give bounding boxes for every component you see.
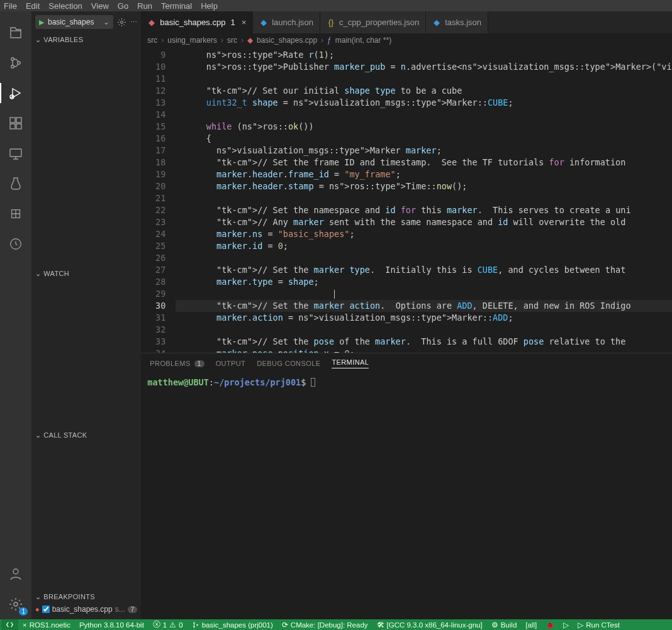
gear-icon[interactable] (117, 18, 126, 27)
debug-toolbar: ▶ basic_shapes ⌄ ⋯ (31, 11, 141, 33)
activity-accounts[interactable] (0, 559, 31, 589)
menu-run[interactable]: Run (137, 1, 152, 11)
activity-extensions[interactable] (0, 108, 31, 138)
menu-file[interactable]: File (4, 1, 17, 11)
settings-badge: 1 (19, 607, 28, 616)
menu-go[interactable]: Go (118, 1, 128, 11)
svg-point-14 (121, 21, 123, 23)
json-icon: {} (327, 18, 335, 27)
cpp-icon: ◆ (247, 36, 253, 45)
sb-kit[interactable]: 🛠 [GCC 9.3.0 x86_64-linux-gnu] (372, 619, 487, 630)
play-icon: ▶ (39, 18, 44, 26)
tab-launch-json[interactable]: ◆ launch.json (253, 11, 320, 33)
svg-point-19 (196, 624, 198, 626)
activity-ros[interactable] (0, 199, 31, 229)
activity-history[interactable] (0, 229, 31, 259)
panel-tab-output[interactable]: OUTPUT (216, 360, 246, 367)
sb-run[interactable]: ▷ (559, 619, 573, 630)
section-breakpoints: ⌄ BREAKPOINTS ● basic_shapes.cpp s... 7 (31, 590, 141, 615)
workbench: 1 ▶ basic_shapes ⌄ ⋯ ⌄ VARIABLES ⌄ (0, 11, 672, 619)
activity-run-debug[interactable] (0, 78, 31, 108)
sb-python[interactable]: Python 3.8.10 64-bit (75, 619, 148, 630)
status-bar: × ROS1.noetic Python 3.8.10 64-bit ⓧ 1 ⚠… (0, 619, 672, 630)
code-area[interactable]: ns">ros::type">Rate r(1); ns">ros::type"… (176, 47, 672, 353)
section-header-variables[interactable]: ⌄ VARIABLES (31, 33, 141, 47)
activity-scm[interactable] (0, 48, 31, 78)
sb-build[interactable]: ⚙ Build (487, 619, 522, 630)
sb-ctest[interactable]: ▷ Run CTest (573, 619, 624, 630)
section-callstack: ⌄ CALL STACK (31, 428, 141, 590)
activity-testing[interactable] (0, 169, 31, 199)
tab-cpp-properties[interactable]: {} c_cpp_properties.json (320, 11, 426, 33)
bc-item[interactable]: using_markers (167, 36, 217, 45)
svg-point-0 (11, 58, 14, 60)
side-panel: ▶ basic_shapes ⌄ ⋯ ⌄ VARIABLES ⌄ WATCH (31, 11, 141, 619)
menu-selection[interactable]: Selection (48, 1, 82, 11)
svg-point-1 (11, 65, 14, 68)
activity-remote[interactable] (0, 138, 31, 169)
chevron-down-icon: ⌄ (35, 431, 41, 439)
sb-ros[interactable]: × ROS1.noetic (18, 619, 75, 630)
debug-config-label: basic_shapes (48, 18, 94, 26)
chevron-down-icon: ⌄ (35, 270, 41, 278)
menu-view[interactable]: View (91, 1, 109, 11)
breakpoint-count: 7 (128, 606, 138, 613)
close-icon[interactable]: × (242, 18, 247, 27)
bc-item[interactable]: src (147, 36, 157, 45)
function-icon: ƒ (327, 36, 332, 45)
tab-bar: ◆ basic_shapes.cpp 1 × ◆ launch.json {} … (141, 11, 672, 33)
terminal-cursor (311, 378, 315, 387)
menu-help[interactable]: Help (201, 1, 218, 11)
activity-explorer[interactable] (0, 18, 31, 48)
terminal[interactable]: matthew@UBUT:~/projects/prj001$ (141, 373, 672, 619)
sb-project[interactable]: basic_shapes (prj001) (188, 619, 277, 630)
svg-rect-6 (16, 118, 21, 123)
svg-point-17 (193, 622, 194, 624)
menu-terminal[interactable]: Terminal (161, 1, 192, 11)
sb-cmake[interactable]: ⟳ CMake: [Debug]: Ready (277, 619, 372, 630)
activity-settings[interactable]: 1 (0, 589, 31, 619)
bc-item[interactable]: main(int, char **) (335, 36, 391, 45)
vscode-icon: ◆ (259, 18, 268, 27)
tab-tasks-json[interactable]: ◆ tasks.json (426, 11, 488, 33)
svg-point-13 (14, 602, 18, 606)
section-variables: ⌄ VARIABLES (31, 33, 141, 267)
sb-problems[interactable]: ⓧ 1 ⚠ 0 (148, 619, 188, 630)
chevron-down-icon: ⌄ (35, 593, 41, 601)
gutter[interactable]: 9101112131415161718192021222324252627282… (141, 47, 176, 353)
panel-tabs: PROBLEMS 1 OUTPUT DEBUG CONSOLE TERMINAL… (141, 353, 672, 373)
dirty-indicator: 1 (230, 18, 235, 27)
panel-tab-terminal[interactable]: TERMINAL (332, 358, 369, 368)
svg-rect-8 (16, 124, 21, 129)
tab-basic-shapes[interactable]: ◆ basic_shapes.cpp 1 × (141, 11, 253, 33)
code-editor[interactable]: 9101112131415161718192021222324252627282… (141, 47, 672, 353)
svg-point-18 (193, 626, 194, 627)
svg-point-2 (18, 62, 20, 64)
sb-target[interactable]: [all] (521, 619, 541, 630)
menubar[interactable]: File Edit Selection View Go Run Terminal… (0, 0, 672, 11)
menu-edit[interactable]: Edit (26, 1, 40, 11)
svg-rect-9 (10, 149, 21, 157)
more-icon[interactable]: ⋯ (130, 18, 137, 26)
svg-rect-7 (10, 124, 15, 129)
bottom-panel: PROBLEMS 1 OUTPUT DEBUG CONSOLE TERMINAL… (141, 353, 672, 619)
bc-item[interactable]: basic_shapes.cpp (257, 36, 317, 45)
terminal-user: matthew@UBUT (147, 377, 209, 387)
section-header-callstack[interactable]: ⌄ CALL STACK (31, 428, 141, 442)
breadcrumbs[interactable]: src› using_markers› src› ◆ basic_shapes.… (141, 33, 672, 47)
panel-tab-problems[interactable]: PROBLEMS 1 (150, 360, 204, 367)
debug-config-select[interactable]: ▶ basic_shapes ⌄ (35, 15, 113, 29)
breakpoint-row[interactable]: ● basic_shapes.cpp s... 7 (35, 605, 137, 614)
activity-bar: 1 (0, 11, 31, 619)
section-header-watch[interactable]: ⌄ WATCH (31, 267, 141, 280)
sb-debug[interactable]: 🐞 (541, 619, 559, 630)
svg-rect-5 (10, 118, 15, 123)
panel-tab-debug[interactable]: DEBUG CONSOLE (257, 360, 320, 367)
breakpoint-icon: ● (35, 605, 40, 613)
chevron-down-icon: ⌄ (35, 36, 41, 44)
editor-group: ◆ basic_shapes.cpp 1 × ◆ launch.json {} … (141, 11, 672, 619)
breakpoint-checkbox[interactable] (42, 605, 50, 613)
section-header-breakpoints[interactable]: ⌄ BREAKPOINTS (31, 590, 141, 604)
sb-remote[interactable] (1, 619, 18, 630)
bc-item[interactable]: src (227, 36, 237, 45)
